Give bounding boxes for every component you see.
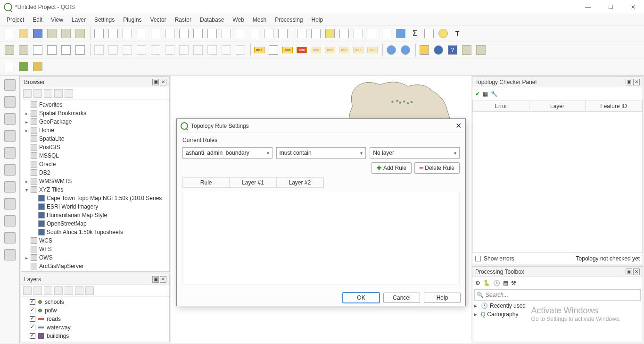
browser-item[interactable]: ▾XYZ Tiles (21, 185, 169, 194)
panel-close-button[interactable]: ✕ (633, 79, 640, 85)
add-raster-icon[interactable] (4, 96, 16, 108)
layer-visibility-checkbox[interactable] (30, 325, 35, 330)
filter-icon[interactable] (44, 89, 52, 98)
layers-tree[interactable]: schools_pofwroadswaterwaybuildings (21, 297, 169, 342)
move-feature-icon[interactable] (135, 43, 148, 57)
measure-icon[interactable] (422, 27, 436, 40)
new-shapefile-icon[interactable] (31, 43, 44, 57)
label-pin-icon[interactable]: abc (309, 43, 322, 57)
layer-item[interactable]: pofw (21, 306, 169, 315)
processing-search-input[interactable] (486, 292, 638, 298)
menu-web[interactable]: Web (229, 16, 248, 24)
processing-item-cartography[interactable]: ▸ Q Cartography (474, 310, 641, 319)
browser-item-child[interactable]: Cape Town Topo Map NGI 1:50k (2010 Serie… (21, 194, 169, 202)
pan-icon[interactable] (92, 27, 106, 40)
browser-item[interactable]: ▸WMS/WMTS (21, 177, 169, 185)
cancel-button[interactable]: Cancel (383, 293, 420, 303)
new-geopackage-icon[interactable] (17, 43, 30, 57)
minimize-button[interactable]: — (581, 2, 595, 12)
menu-settings[interactable]: Settings (91, 16, 118, 24)
browser-item[interactable]: SpatiaLite (21, 134, 169, 143)
plugin-a-icon[interactable] (460, 43, 473, 57)
osm-icon[interactable] (432, 43, 445, 57)
add-layer-icon[interactable] (3, 43, 16, 57)
menu-layer[interactable]: Layer (68, 16, 90, 24)
browser-item[interactable]: MSSQL (21, 151, 169, 160)
action-icon[interactable] (309, 27, 322, 40)
processing-tree[interactable]: ▸ 🕓 Recently used ▸ Q Cartography (472, 301, 643, 319)
web-search-icon[interactable] (399, 43, 412, 57)
collapse-icon[interactable] (54, 89, 63, 98)
add-wfs-icon[interactable] (4, 232, 16, 243)
menu-help[interactable]: Help (308, 16, 327, 24)
col-rule[interactable]: Rule (183, 178, 230, 187)
add-wcs-icon[interactable] (4, 215, 16, 227)
layer-visibility-checkbox[interactable] (30, 316, 35, 322)
processing-item-recent[interactable]: ▸ 🕓 Recently used (474, 302, 641, 310)
save-edits-icon[interactable] (107, 43, 120, 57)
redo-icon[interactable] (234, 43, 247, 57)
col-layer[interactable]: Layer (529, 101, 586, 111)
layer-visibility-checkbox[interactable] (30, 308, 35, 313)
add-mssql-icon[interactable] (4, 181, 16, 193)
add-feature-icon[interactable] (121, 43, 134, 57)
label-move-icon[interactable]: abc (338, 43, 351, 57)
zoom-in-icon[interactable] (121, 27, 134, 40)
new-virtual-icon[interactable] (74, 43, 87, 57)
open-project-icon[interactable] (17, 27, 30, 40)
layer-remove-icon[interactable] (85, 286, 94, 295)
new-map-view-icon[interactable] (234, 27, 247, 40)
zoom-native-icon[interactable] (149, 27, 162, 40)
model-icon[interactable]: ⚒ (511, 280, 516, 286)
dialog-close-button[interactable]: ✕ (455, 121, 462, 130)
add-vector-icon[interactable] (4, 79, 16, 91)
undo-icon[interactable] (220, 43, 233, 57)
attribute-table-icon[interactable] (366, 27, 379, 40)
label-rotate-icon[interactable]: abc (352, 43, 365, 57)
panel-close-button[interactable]: ✕ (160, 79, 166, 85)
browser-item[interactable]: ▸OWS (21, 253, 169, 262)
layer-item[interactable]: roads (21, 315, 169, 323)
browser-item[interactable]: PostGIS (21, 143, 169, 151)
show-errors-checkbox[interactable] (475, 256, 481, 261)
col-feature-id[interactable]: Feature ID (586, 101, 642, 111)
browser-item[interactable]: Favorites (21, 101, 169, 109)
menu-mesh[interactable]: Mesh (249, 16, 270, 24)
copy-icon[interactable] (191, 43, 205, 57)
delete-rule-button[interactable]: ━Delete Rule (414, 162, 460, 174)
processing-search[interactable]: 🔍 (474, 289, 641, 301)
refresh-icon[interactable] (33, 89, 42, 98)
temporal-icon[interactable] (262, 27, 275, 40)
properties-icon[interactable] (65, 89, 73, 98)
layer-visibility-icon[interactable] (44, 286, 52, 295)
new-print-layout-icon[interactable] (45, 27, 58, 40)
zoom-layer-icon[interactable] (191, 27, 205, 40)
menu-raster[interactable]: Raster (171, 16, 195, 24)
layer-collapse-icon[interactable] (75, 286, 83, 295)
add-wms-icon[interactable] (4, 198, 16, 210)
tips-icon[interactable] (437, 27, 450, 40)
pan-to-selection-icon[interactable] (107, 27, 120, 40)
layer-visibility-checkbox[interactable] (30, 299, 35, 305)
label-rule-icon[interactable]: abc (295, 43, 308, 57)
new-project-icon[interactable] (3, 27, 16, 40)
browser-item[interactable]: WCS (21, 236, 169, 245)
layer-add-group-icon[interactable] (33, 286, 42, 295)
browser-item[interactable]: ArcGisMapServer (21, 262, 169, 270)
menu-project[interactable]: Project (3, 16, 28, 24)
results-icon[interactable]: ▤ (503, 280, 508, 286)
browser-item-child[interactable]: Humanitarian Map Style (21, 211, 169, 219)
layer2-combo[interactable]: No layer (370, 147, 460, 159)
layer-item[interactable]: schools_ (21, 298, 169, 306)
style-manager-icon[interactable] (74, 27, 87, 40)
close-button[interactable]: ✕ (626, 2, 640, 12)
new-memory-icon[interactable] (59, 43, 73, 57)
panel-undock-button[interactable]: ▣ (626, 268, 632, 275)
browser-item[interactable]: WFS (21, 245, 169, 253)
browser-tree[interactable]: Favorites▸Spatial Bookmarks▸GeoPackage▸H… (21, 100, 169, 271)
text-annotation-icon[interactable]: T (451, 27, 464, 40)
cut-icon[interactable] (177, 43, 190, 57)
new-spatialite-icon[interactable] (45, 43, 58, 57)
zoom-out-icon[interactable] (135, 27, 148, 40)
identify-icon[interactable] (295, 27, 308, 40)
